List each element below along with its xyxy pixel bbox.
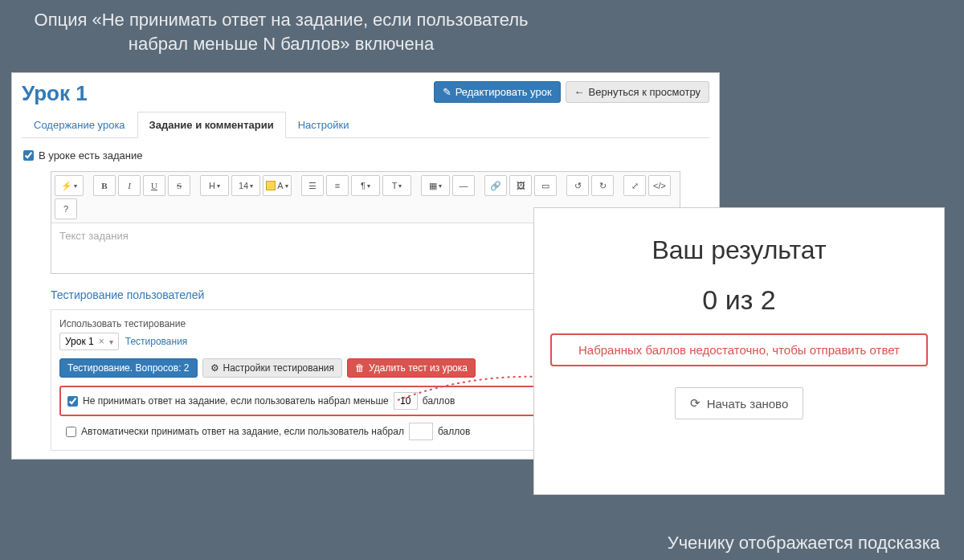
caret-icon: ▾	[398, 182, 402, 190]
edit-icon: ✎	[443, 86, 451, 98]
testing-select[interactable]: Урок 1 × ▾	[59, 333, 119, 350]
bottom-caption: Ученику отображается подсказка	[668, 533, 940, 554]
fullscreen-button[interactable]: ⤢	[623, 175, 646, 196]
reject-prefix-label: Не принимать ответ на задание, если поль…	[83, 395, 389, 407]
restart-label: Начать заново	[707, 397, 789, 411]
table-icon: ▦	[429, 181, 437, 191]
bold-button[interactable]: B	[93, 175, 116, 196]
paragraph-button[interactable]: ¶▾	[351, 175, 380, 196]
result-title: Ваш результат	[652, 235, 826, 265]
delete-test-button[interactable]: 🗑 Удалить тест из урока	[347, 358, 476, 378]
has-task-checkbox[interactable]	[23, 150, 34, 161]
panel-header: Урок 1 ✎ Редактировать урок ← Вернуться …	[12, 73, 719, 106]
top-caption: Опция «Не принимать ответ на задание, ес…	[24, 8, 538, 55]
edit-lesson-button[interactable]: ✎ Редактировать урок	[434, 81, 561, 103]
help-button[interactable]: ?	[55, 198, 77, 219]
expand-icon: ⤢	[631, 181, 639, 191]
magic-button[interactable]: ⚡▾	[55, 175, 84, 196]
reject-suffix-label: баллов	[423, 395, 455, 407]
strike-icon: S	[177, 181, 182, 190]
auto-accept-input[interactable]	[409, 423, 433, 440]
fontsize-icon: 14	[239, 181, 248, 190]
caret-icon: ▾	[285, 182, 288, 190]
auto-prefix-label: Автоматически принимать ответ на задание…	[81, 426, 404, 437]
lh-icon: T	[392, 181, 398, 190]
lineheight-button[interactable]: T▾	[382, 175, 411, 196]
testing-settings-label: Настройки тестирования	[223, 362, 335, 374]
ul-button[interactable]: ☰	[301, 175, 324, 196]
heading-button[interactable]: H▾	[200, 175, 229, 196]
testings-link[interactable]: Тестирования	[125, 336, 188, 347]
ol-icon: ≡	[335, 181, 340, 190]
image-icon: 🖼	[517, 181, 525, 190]
auto-accept-checkbox[interactable]	[66, 427, 76, 437]
delete-test-label: Удалить тест из урока	[369, 362, 468, 374]
chevron-down-icon: ▾	[109, 337, 113, 346]
bold-icon: B	[101, 181, 107, 190]
color-swatch-icon	[266, 181, 276, 190]
undo-button[interactable]: ↺	[566, 175, 589, 196]
undo-icon: ↺	[574, 181, 582, 191]
has-task-label: В уроке есть задание	[39, 149, 143, 161]
page-title: Урок 1	[22, 81, 88, 106]
video-button[interactable]: ▭	[534, 175, 557, 196]
ul-icon: ☰	[308, 181, 317, 191]
italic-icon: I	[128, 181, 131, 190]
fontcolor-button[interactable]: A▾	[263, 175, 292, 196]
tab-settings[interactable]: Настройки	[286, 112, 362, 138]
result-alert: Набранных баллов недостаточно, чтобы отп…	[550, 333, 928, 366]
reject-threshold-input[interactable]	[394, 392, 418, 410]
ol-button[interactable]: ≡	[326, 175, 349, 196]
hr-button[interactable]: —	[452, 175, 475, 196]
code-icon: </>	[653, 181, 666, 190]
edit-lesson-label: Редактировать урок	[455, 86, 552, 98]
restart-button[interactable]: ⟳ Начать заново	[675, 387, 804, 419]
redo-icon: ↻	[599, 181, 607, 191]
selected-test-label: Урок 1	[65, 336, 94, 347]
underline-button[interactable]: U	[143, 175, 165, 196]
magic-icon: ⚡	[61, 181, 72, 191]
strike-button[interactable]: S	[168, 175, 190, 196]
trash-icon: 🗑	[355, 362, 365, 374]
italic-button[interactable]: I	[118, 175, 141, 196]
caret-icon: ▾	[74, 182, 77, 190]
codeview-button[interactable]: </>	[648, 175, 671, 196]
questions-count-button[interactable]: Тестирование. Вопросов: 2	[59, 358, 198, 378]
back-arrow-icon: ←	[574, 86, 585, 98]
heading-icon: H	[209, 181, 215, 190]
underline-icon: U	[151, 181, 157, 190]
result-score: 0 из 2	[702, 284, 775, 316]
auto-suffix-label: баллов	[438, 426, 470, 437]
image-button[interactable]: 🖼	[509, 175, 532, 196]
help-icon: ?	[63, 204, 68, 214]
caret-icon: ▾	[250, 182, 253, 190]
color-a-icon: A	[277, 181, 283, 190]
clear-icon[interactable]: ×	[99, 336, 104, 347]
tabs: Содержание урока Задание и комментарии Н…	[22, 111, 709, 138]
table-button[interactable]: ▦▾	[421, 175, 450, 196]
tab-task[interactable]: Задание и комментарии	[137, 112, 286, 138]
has-task-row: В уроке есть задание	[23, 149, 708, 161]
back-label: Вернуться к просмотру	[589, 86, 701, 98]
redo-button[interactable]: ↻	[591, 175, 614, 196]
gear-icon: ⚙	[210, 362, 219, 374]
tab-content[interactable]: Содержание урока	[22, 112, 137, 138]
header-buttons: ✎ Редактировать урок ← Вернуться к просм…	[434, 81, 709, 103]
hr-icon: —	[460, 181, 468, 190]
back-to-view-button[interactable]: ← Вернуться к просмотру	[566, 81, 709, 103]
para-icon: ¶	[361, 181, 366, 190]
fontsize-button[interactable]: 14▾	[231, 175, 260, 196]
result-panel: Ваш результат 0 из 2 Набранных баллов не…	[533, 207, 945, 495]
caret-icon: ▾	[367, 182, 370, 190]
testing-settings-button[interactable]: ⚙ Настройки тестирования	[202, 358, 343, 378]
link-icon: 🔗	[490, 181, 501, 191]
caret-icon: ▾	[217, 182, 220, 190]
caret-icon: ▾	[439, 182, 442, 190]
video-icon: ▭	[541, 181, 549, 191]
link-button[interactable]: 🔗	[484, 175, 507, 196]
refresh-icon: ⟳	[690, 396, 701, 411]
reject-threshold-checkbox[interactable]	[67, 396, 78, 407]
